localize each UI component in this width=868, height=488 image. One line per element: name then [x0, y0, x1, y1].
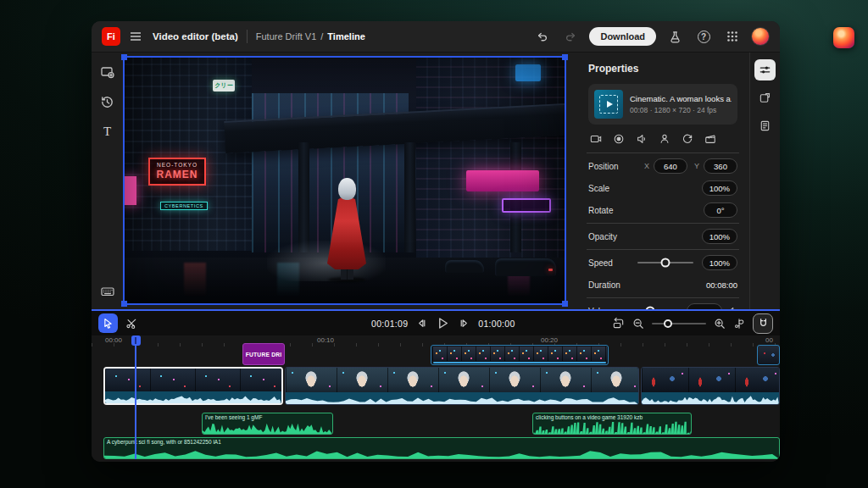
- app-title: Video editor (beta): [153, 31, 238, 42]
- overlay-video-clip[interactable]: [431, 345, 609, 365]
- position-y-field[interactable]: 360: [704, 158, 737, 174]
- speed-slider[interactable]: [637, 262, 693, 263]
- slate-icon[interactable]: [704, 133, 716, 145]
- neon-sign-vertical: クリー: [213, 80, 235, 92]
- redo-icon[interactable]: [560, 26, 581, 47]
- neon-sign-blue: [515, 64, 541, 81]
- zoom-in-icon[interactable]: [714, 318, 726, 330]
- speed-label: Speed: [588, 258, 613, 268]
- speed-row: Speed 100%: [588, 253, 737, 272]
- neon-sign-purple: [502, 198, 551, 213]
- next-frame-icon[interactable]: [458, 317, 470, 330]
- ruler-mark: 00:20: [541, 336, 558, 344]
- neon-sign-left: [125, 176, 136, 205]
- hamburger-menu-icon[interactable]: [129, 30, 142, 43]
- total-timecode: 01:00:00: [478, 319, 515, 329]
- transform-handle-tr[interactable]: [562, 54, 568, 60]
- video-clip-3[interactable]: [641, 367, 780, 405]
- scene-woman-red-cape: [326, 178, 367, 280]
- current-timecode: 00:01:09: [371, 319, 408, 329]
- user-avatar[interactable]: [751, 27, 770, 46]
- selected-clip-card[interactable]: Cinematic. A woman looks a... v.ffgenvid…: [588, 84, 737, 125]
- beta-flask-icon[interactable]: [665, 26, 685, 47]
- neon-sign-pink: [466, 170, 539, 191]
- ruler-mark: 00: [765, 336, 773, 344]
- breadcrumb-project[interactable]: Future Drift V1: [256, 31, 317, 42]
- text-tool-icon[interactable]: T: [97, 120, 119, 142]
- top-bar: Fi Video editor (beta) Future Drift V1 /…: [92, 21, 780, 53]
- opacity-row: Opacity 100%: [588, 227, 737, 246]
- breadcrumb-page[interactable]: Timeline: [327, 31, 364, 42]
- audio-clip-speech[interactable]: I've been seeing 1 gMF: [202, 413, 333, 435]
- video-clip-1-selected[interactable]: [103, 367, 283, 405]
- audio-clip-sfx[interactable]: clicking buttons on a video game 31920 k…: [532, 413, 692, 435]
- record-circle-icon[interactable]: [613, 133, 625, 145]
- timeline-zoom-slider[interactable]: [652, 323, 706, 324]
- timeline-toolbar: 00:01:09 01:00:00: [92, 309, 780, 336]
- transport-controls: 00:01:09 01:00:00: [371, 316, 515, 330]
- keyboard-shortcuts-icon[interactable]: [97, 280, 119, 302]
- clip-meta: 00:08 · 1280 × 720 · 24 fps: [630, 106, 732, 114]
- position-x-field[interactable]: 640: [654, 158, 687, 174]
- help-icon[interactable]: ?: [693, 26, 714, 47]
- speed-field[interactable]: 100%: [702, 255, 737, 270]
- apps-grid-icon[interactable]: [722, 26, 743, 47]
- overlay-video-clip-2[interactable]: [757, 345, 780, 365]
- music-clip[interactable]: A cyberpunk sci fi song, with or 8512422…: [103, 437, 780, 459]
- transform-handle-bl[interactable]: [121, 301, 127, 307]
- y-axis-label: Y: [694, 162, 699, 170]
- opacity-field[interactable]: 100%: [702, 229, 737, 244]
- rotate-field[interactable]: 0°: [704, 202, 737, 218]
- firefly-logo[interactable]: Fi: [102, 27, 120, 46]
- download-button[interactable]: Download: [589, 27, 656, 46]
- scene-buildings-right: [416, 58, 565, 269]
- playhead-line[interactable]: [135, 336, 136, 459]
- refresh-icon[interactable]: [682, 133, 693, 145]
- rotate-row: Rotate 0°: [588, 201, 737, 219]
- select-tool-button[interactable]: [98, 313, 118, 333]
- desktop-background: Fi Video editor (beta) Future Drift V1 /…: [0, 0, 868, 488]
- scale-field[interactable]: 100%: [702, 180, 737, 196]
- duration-label: Duration: [588, 280, 620, 290]
- duration-row: Duration 00:08:00: [588, 275, 737, 294]
- properties-panel: Properties Cinematic. A woman looks a...…: [576, 53, 749, 309]
- scale-label: Scale: [588, 184, 609, 193]
- camera-icon[interactable]: [590, 133, 602, 145]
- properties-title: Properties: [588, 63, 737, 75]
- video-preview-canvas[interactable]: クリー NEO-TOKYO RAMEN CYBERNETICS: [123, 56, 566, 305]
- clip-name: Cinematic. A woman looks a... v.ffgenvid: [630, 94, 732, 103]
- zoom-out-icon[interactable]: [632, 318, 644, 330]
- captions-icon[interactable]: [754, 115, 776, 136]
- transform-handle-tl[interactable]: [121, 54, 127, 60]
- history-icon[interactable]: [97, 91, 119, 113]
- neon-sign-cybernetics: CYBERNETICS: [160, 202, 208, 210]
- add-media-icon[interactable]: [97, 61, 119, 83]
- express-export-icon[interactable]: [754, 87, 776, 108]
- audio-icon[interactable]: [636, 133, 648, 145]
- firefly-badge[interactable]: [833, 27, 854, 48]
- snap-magnet-toggle[interactable]: [753, 313, 773, 334]
- transform-handle-br[interactable]: [562, 301, 568, 307]
- play-glyph-icon: [607, 101, 613, 108]
- video-clip-2[interactable]: [285, 367, 639, 405]
- scene-edit-icon[interactable]: [733, 318, 745, 330]
- previous-frame-icon[interactable]: [415, 317, 428, 330]
- position-row: Position X 640 Y 360: [588, 157, 737, 175]
- undo-icon[interactable]: [531, 26, 552, 47]
- ruler-mark: 00:10: [317, 336, 334, 344]
- clip-action-row: [590, 133, 736, 145]
- character-icon[interactable]: [659, 133, 670, 145]
- breadcrumb: Future Drift V1 / Timeline: [256, 31, 365, 42]
- position-label: Position: [588, 162, 619, 171]
- split-tool-button[interactable]: [121, 313, 141, 333]
- timeline-zoom-controls: [612, 313, 773, 334]
- ruler-mark: 00:00: [105, 336, 122, 344]
- x-axis-label: X: [644, 162, 649, 170]
- text-clip-future-drift[interactable]: FUTURE DRI: [242, 343, 285, 365]
- play-button-icon[interactable]: [436, 316, 450, 330]
- playhead-handle[interactable]: [131, 336, 141, 346]
- fit-timeline-icon[interactable]: [612, 317, 625, 330]
- left-toolbar: T: [92, 53, 123, 309]
- clip-thumbnail: [594, 90, 623, 119]
- properties-tab-icon[interactable]: [754, 59, 776, 80]
